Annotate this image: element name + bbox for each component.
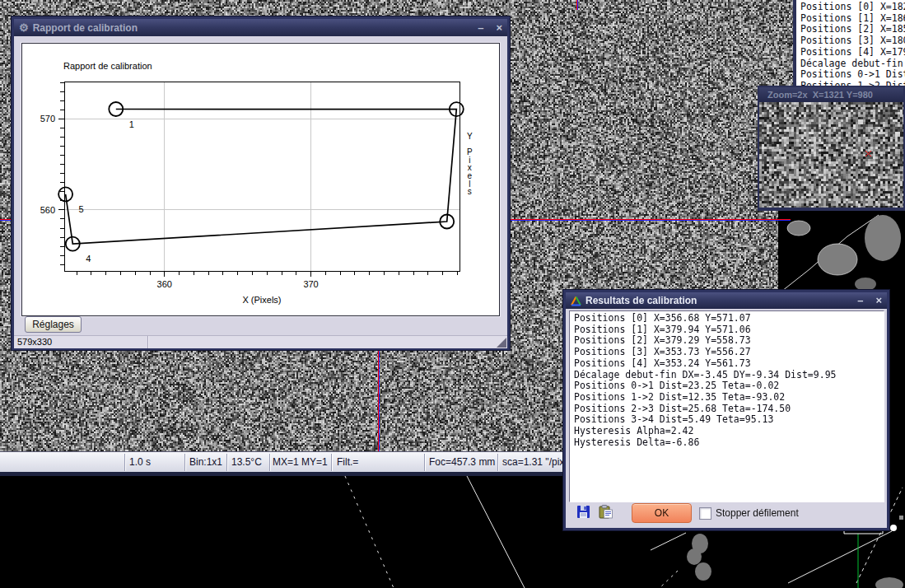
statusbar-divider [497,454,498,471]
topright-results-window: Positions [0] X=182 Positions [1] X=186 … [793,0,905,92]
rapport-window-title: Rapport de calibration [33,22,138,34]
results-window: Resultats de calibration – × Positions [… [563,290,889,530]
chart-size-indicator: 579x330 [17,337,52,347]
svg-text:5: 5 [79,204,84,214]
statusbar-mirror: MX=1 MY=1 [273,456,328,468]
results-lines: Positions [0] X=356.68 Y=571.07 Position… [570,311,884,448]
chart-ylabel: Y P i x e l s [467,133,473,196]
rapport-statusbar: 579x330 [14,335,507,348]
statusbar-focal: Foc=457.3 mm [429,456,495,468]
statusbar-divider [424,454,425,471]
zoom-window: Zoom=2x X=1321 Y=980 [758,86,905,211]
svg-text:560: 560 [40,205,55,215]
close-button[interactable]: × [875,296,882,305]
statusbar-binning: Bin:1x1 [189,456,222,468]
zoom-image-canvas [759,102,903,208]
gear-icon: ⚙ [19,22,29,33]
prism-triangle-icon [571,296,581,306]
svg-text:4: 4 [86,254,91,264]
statusbar-divider [269,454,270,471]
clipboard-paste-icon[interactable] [599,505,613,519]
minimize-button[interactable]: – [478,24,483,32]
stop-scroll-checkbox-label: Stopper défilement [716,507,799,519]
crosshair-h-line-blue [0,220,12,221]
statusbar-scale: sca=1.31 "/pix [502,456,564,468]
results-text-area[interactable]: Positions [0] X=356.68 Y=571.07 Position… [569,310,884,502]
statusbar-divider [226,454,227,471]
crosshair-h-line-blue [511,220,791,221]
stop-scroll-checkbox[interactable] [699,507,711,520]
zoom-titlebar[interactable]: Zoom=2x X=1321 Y=980 [759,87,903,102]
svg-text:570: 570 [40,114,55,124]
minimize-button[interactable]: – [857,296,863,305]
statusbar-divider [124,454,125,471]
zoom-title: Zoom=2x X=1321 Y=980 [767,90,873,100]
crosshair-v-line-blue [379,350,380,451]
statusbar-filter: Filt.= [337,456,358,468]
rapport-window: ⚙ Rapport de calibration – × 36037056057… [12,16,510,350]
svg-text:360: 360 [157,279,172,289]
save-icon[interactable] [576,505,591,519]
chart-area: 360370560570145 Rapport de calibration X… [21,43,500,316]
svg-text:1: 1 [129,119,134,129]
ok-button[interactable]: OK [632,503,692,523]
crosshair-top-tick-blue [577,0,578,10]
resize-grip[interactable] [497,338,506,348]
chart-xlabel: X (Pixels) [64,295,459,305]
calibration-chart: 360370560570145 [22,44,499,315]
desktop: 1.0 s Bin:1x1 13.5°C MX=1 MY=1 Filt.= Fo… [0,0,905,588]
statusbar-temperature: 13.5°C [231,456,262,468]
close-button[interactable]: × [496,24,502,32]
chart-title: Rapport de calibration [63,61,152,71]
statusbar-divider [184,454,185,471]
results-titlebar[interactable]: Resultats de calibration – × [566,292,887,309]
rapport-titlebar[interactable]: ⚙ Rapport de calibration – × [14,19,507,36]
results-window-title: Resultats de calibration [585,295,697,306]
statusbar-exposure: 1.0 s [129,456,151,468]
svg-text:370: 370 [303,279,318,289]
statusbar-divider [331,454,332,471]
settings-button[interactable]: Réglages [25,316,82,333]
red-cross-marker [865,150,872,157]
statusbar-divider [147,336,148,348]
topright-results-text[interactable]: Positions [0] X=182 Positions [1] X=186 … [796,0,905,92]
